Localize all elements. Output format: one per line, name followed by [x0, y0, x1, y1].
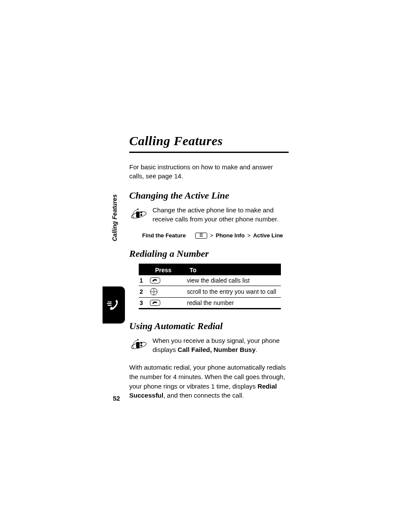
find-feature-label: Find the Feature [142, 232, 186, 239]
phone-tab-icon [106, 297, 121, 313]
svg-point-13 [156, 291, 157, 292]
svg-rect-1 [107, 303, 112, 304]
row-num: 1 [139, 277, 150, 284]
auto-line2: With automatic redial, your phone automa… [129, 363, 289, 400]
page: Calling Features Calling Features For ba… [0, 0, 411, 532]
page-number: 52 [113, 395, 120, 402]
th-press: Press [153, 265, 187, 275]
chapter-tab [103, 286, 125, 324]
svg-rect-16 [136, 342, 140, 348]
table-header: Press To [139, 265, 281, 275]
path-active-line: Active Line [253, 232, 283, 239]
svg-point-10 [153, 289, 154, 290]
auto-line1: When you receive a busy signal, your pho… [153, 336, 289, 354]
path-phone-info: Phone Info [216, 232, 245, 239]
chapter-title: Calling Features [129, 134, 289, 148]
send-key-icon [150, 277, 187, 283]
find-the-feature: Find the Feature ☰ > Phone Info > Active… [142, 232, 289, 239]
table-row: 3 redial the number [139, 298, 281, 309]
svg-rect-5 [140, 212, 142, 213]
running-head: Calling Features [111, 194, 118, 241]
find-feature-path: ☰ > Phone Info > Active Line [195, 232, 283, 239]
section-title-changing: Changing the Active Line [129, 190, 289, 201]
network-feature-icon [129, 336, 148, 355]
auto-line2-c: , and then connects the call. [163, 392, 244, 399]
row-desc: scroll to the entry you want to call [187, 288, 281, 295]
redial-table: Press To 1 view the dialed calls list 2 … [139, 264, 281, 309]
svg-rect-18 [140, 345, 142, 346]
menu-key-icon: ☰ [195, 233, 207, 239]
svg-rect-4 [136, 212, 140, 218]
changing-body: Change the active phone line to make and… [153, 205, 289, 224]
network-feature-icon [129, 205, 148, 224]
section-title-auto: Using Automatic Redial [129, 320, 289, 332]
path-sep: > [247, 232, 251, 239]
row-desc: redial the number [187, 299, 281, 306]
svg-point-9 [153, 291, 155, 292]
svg-rect-0 [108, 302, 112, 302]
row-num: 2 [139, 288, 150, 295]
send-key-icon [150, 300, 187, 306]
svg-point-11 [153, 294, 154, 295]
auto-line1-b: Call Failed, Number Busy [177, 346, 255, 353]
changing-block: Change the active phone line to make and… [129, 205, 289, 224]
section-title-redial: Redialing a Number [129, 248, 289, 259]
row-desc: view the dialed calls list [187, 277, 281, 284]
th-to: To [187, 265, 281, 275]
intro-text: For basic instructions on how to make an… [129, 162, 289, 180]
table-row: 1 view the dialed calls list [139, 275, 281, 286]
nav-key-icon [150, 288, 187, 296]
auto-line1-c: . [255, 346, 257, 353]
svg-rect-6 [140, 214, 142, 216]
svg-point-12 [151, 291, 152, 292]
svg-rect-17 [140, 342, 142, 344]
svg-rect-2 [108, 305, 112, 306]
content-area: Calling Features For basic instructions … [129, 134, 289, 404]
title-rule [129, 152, 289, 153]
table-row: 2 scroll to the entry you want to call [139, 286, 281, 298]
path-sep: > [210, 232, 213, 239]
auto-block: When you receive a busy signal, your pho… [129, 336, 289, 355]
row-num: 3 [139, 299, 150, 306]
